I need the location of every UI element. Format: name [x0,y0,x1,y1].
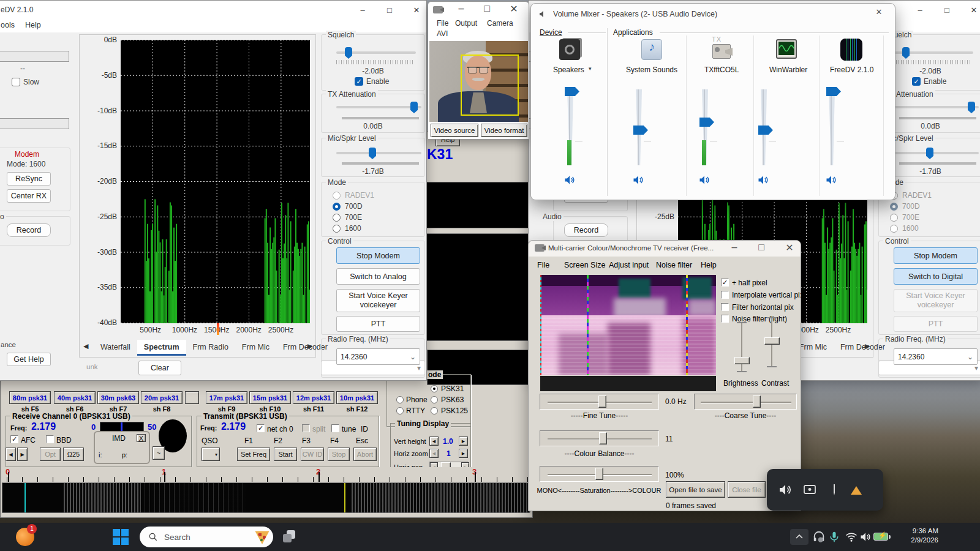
set-freq-button[interactable]: Set Freq [237,448,270,461]
tray-headset-icon[interactable] [812,530,826,544]
split-checkbox[interactable] [302,424,310,432]
switch-mode-button[interactable]: Switch to Analog [336,268,420,285]
abort-button[interactable]: Abort [353,448,377,461]
speakers-volume-slider[interactable] [565,87,579,96]
slow-checkbox[interactable] [12,78,20,86]
ptt-button[interactable]: PTT [894,316,978,332]
radio-freq-combo[interactable]: 14.2360⌄ [336,348,420,365]
close-icon[interactable]: ✕ [403,1,427,19]
saturation-slider[interactable] [540,466,659,482]
rx-prev-button[interactable]: ◀ [6,448,16,461]
macro-blank-button[interactable] [185,391,199,404]
maximize-icon[interactable]: □ [933,1,960,19]
voice-keyer-button[interactable]: Start Voice Keyervoicekeyer [894,289,978,312]
fine-tune-thumb[interactable] [598,395,606,408]
imd-close-button[interactable]: X [137,434,146,442]
radio-1600[interactable] [890,225,898,233]
cwid-button[interactable]: CW ID [301,448,324,461]
switch-mode-button[interactable]: Switch to Digital [894,268,978,285]
open-file-button[interactable]: Open file to save [666,481,725,498]
opt-button[interactable]: Opt [40,448,61,461]
volume-icon[interactable] [778,482,793,497]
tray-microphone-icon[interactable] [828,530,840,544]
stop-modem-button[interactable]: Stop Modem [336,247,420,264]
winwarbler-volume-slider[interactable] [758,126,773,135]
maximize-icon[interactable]: □ [753,242,770,254]
pen-icon[interactable] [827,482,842,497]
tx-atten-slider[interactable] [336,106,421,108]
tray-battery-icon[interactable]: ⚡ [873,533,888,541]
system-sounds-mute-icon[interactable] [632,174,644,186]
brightness-thumb[interactable] [734,357,750,364]
vert-height-right-arrow[interactable]: ▶ [459,437,468,446]
macro-80m[interactable]: 80m psk31 [9,391,51,404]
macro-30m[interactable]: 30m psk63 [97,391,139,404]
get-help-button[interactable]: Get Help [7,353,51,366]
close-icon[interactable]: ✕ [507,3,521,15]
close-icon[interactable]: ✕ [960,1,980,19]
minimize-icon[interactable]: – [349,1,376,19]
macro-10m[interactable]: 10m psk31 [336,391,378,404]
close-file-button[interactable]: Close file [728,481,766,498]
network-warning-icon[interactable] [849,482,864,497]
radio-psk125[interactable] [431,407,438,414]
record-button[interactable]: Record [7,223,51,237]
record-button[interactable]: Record [564,223,608,237]
radio-700e[interactable] [333,214,341,222]
macro-20m[interactable]: 20m psk31 [141,391,183,404]
txfft-mute-icon[interactable] [698,174,710,186]
start-button-icon[interactable] [113,529,129,545]
txfft-volume-slider[interactable] [699,118,714,127]
horiz-zoom-right-arrow[interactable]: ▶ [459,449,468,458]
macro-15m[interactable]: 15m psk31 [249,391,291,404]
horiz-zoom-left-arrow[interactable]: ◀ [429,449,439,458]
squelch-enable-checkbox[interactable]: ✓ [912,77,921,86]
radio-psk31[interactable] [431,385,438,392]
menu-help[interactable]: Help [25,21,41,29]
tab-frm-mic[interactable]: Frm Mic [235,340,276,354]
video-format-button[interactable]: Video format [481,124,527,137]
device-dropdown-icon[interactable]: ▾ [589,66,592,72]
menu-camera[interactable]: Camera [487,19,513,28]
menu-tools[interactable]: ools [1,21,15,29]
start-button[interactable]: Start [274,448,297,461]
tray-wifi-icon[interactable] [845,531,858,542]
radio-radev1[interactable] [333,192,341,200]
tray-volume-icon[interactable] [859,531,872,543]
colour-balance-slider[interactable] [540,430,659,446]
stop-modem-button[interactable]: Stop Modem [894,247,978,264]
center-rx-button[interactable]: Center RX [7,189,51,203]
radio-700d[interactable] [333,203,341,211]
ptt-button[interactable]: PTT [336,316,420,332]
close-icon[interactable]: ✕ [781,242,798,254]
radio-700e[interactable] [890,214,898,222]
colour-balance-thumb[interactable] [599,432,607,444]
tv-menu-noise-filter[interactable]: Noise filter [656,261,692,269]
menu-file[interactable]: File [437,19,448,28]
freedv1-titlebar[interactable]: eDV 2.1.0 – □ ✕ [0,1,426,19]
netch0-checkbox[interactable]: ✓ [257,424,265,432]
winwarbler-mute-icon[interactable] [757,174,769,186]
screen-cast-icon[interactable] [802,482,817,497]
clock-date[interactable]: 2/9/2026 [895,536,938,544]
waterfall-display[interactable] [2,482,530,513]
tv-menu-help[interactable]: Help [701,261,717,269]
bbd-checkbox[interactable] [46,435,54,443]
minimize-icon[interactable]: – [907,1,933,19]
freedv-mute-icon[interactable] [825,174,837,186]
ohm25-button[interactable]: Ω25 [63,448,84,461]
macro-17m[interactable]: 17m psk31 [206,391,247,404]
tab-scroll-left[interactable]: ◀ [83,342,88,350]
noise-filter-checkbox[interactable] [721,315,729,323]
tray-chevron-up-icon[interactable] [790,529,809,545]
radio-freq-combo[interactable]: 14.2360⌄ [894,348,978,365]
tv-menu-file[interactable]: File [537,261,549,269]
tab-waterfall[interactable]: Waterfall [94,340,137,354]
mic-level-slider[interactable] [336,152,421,154]
rx-next-button[interactable]: ▶ [17,448,28,461]
stop-button[interactable]: Stop [328,448,350,461]
minimize-icon[interactable]: – [454,3,469,15]
contrast-thumb[interactable] [764,337,780,345]
saturation-thumb[interactable] [595,468,603,480]
tv-menu-adjust-input[interactable]: Adjust input [609,261,649,269]
